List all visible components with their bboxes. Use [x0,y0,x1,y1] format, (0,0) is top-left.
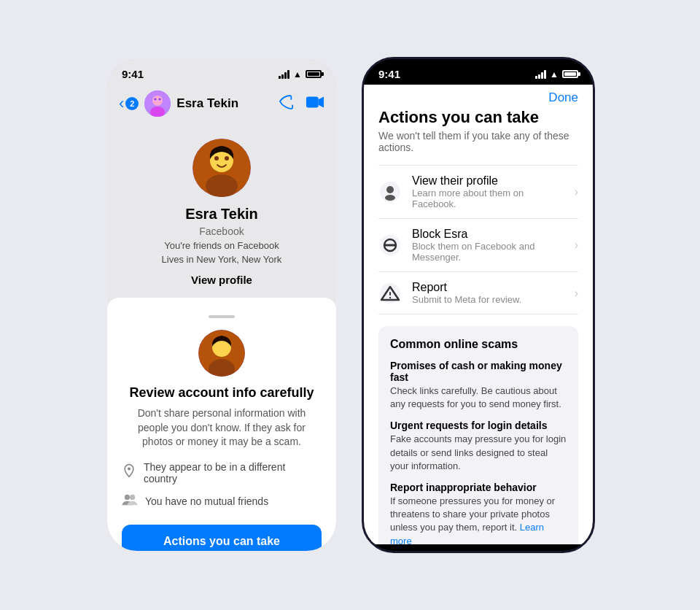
profile-platform: Facebook [199,225,244,237]
profile-location: Lives in New York, New York [162,254,282,265]
scam-item-report-desc: If someone pressures you for money or th… [390,495,567,544]
block-text: Block Esra Block them on Facebook and Me… [412,228,564,263]
right-content: Done Actions you can take We won't tell … [364,85,593,544]
profile-avatar-large [192,139,251,197]
scam-item-report-title: Report inappropriate behavior [390,482,567,493]
people-icon [122,493,138,510]
svg-rect-23 [384,244,396,247]
report-chevron-icon: › [575,287,578,300]
warning-avatar-svg [198,330,245,377]
back-badge: 2 [125,97,139,110]
right-wifi-icon: ▲ [550,69,559,80]
left-time: 9:41 [122,68,144,80]
svg-point-16 [125,495,130,500]
warning-items-list: They appear to be in a different country… [122,461,322,510]
svg-point-3 [155,99,157,101]
left-status-icons: ▲ [279,69,322,80]
chat-header: ‹ 2 Esra Tekin [107,85,336,124]
chat-avatar [144,90,171,117]
right-time: 9:41 [378,68,400,80]
block-desc: Block them on Facebook and Messenger. [412,241,564,263]
battery-icon [306,70,322,78]
svg-point-19 [386,186,394,193]
warning-avatar [198,330,245,377]
report-desc: Submit to Meta for review. [412,294,564,305]
svg-point-1 [152,96,163,106]
view-profile-chevron-icon: › [575,185,578,198]
actions-content: Actions you can take We won't tell them … [364,108,593,544]
actions-subtitle: We won't tell them if you take any of th… [378,130,578,153]
right-battery-icon [562,70,578,78]
right-header: Done [364,85,593,108]
right-status-icons: ▲ [535,69,578,80]
avatar-face-svg [144,90,171,117]
profile-friend-status: You're friends on Facebook [164,240,279,251]
warning-item-mutual-text: You have no mutual friends [145,495,268,507]
view-profile-title: View their profile [412,174,564,188]
scam-item-login-desc: Fake accounts may pressure you for login… [390,433,567,473]
report-title: Report [412,281,564,294]
view-profile-action-item[interactable]: View their profile Learn more about them… [378,166,578,219]
profile-section: Esra Tekin Facebook You're friends on Fa… [107,124,336,298]
view-profile-button[interactable]: View profile [191,274,252,286]
scam-item-report: Report inappropriate behavior If someone… [390,482,567,544]
warning-title: Review account info carefully [129,385,314,401]
block-title: Block Esra [412,228,564,241]
wifi-icon: ▲ [293,69,302,80]
svg-point-4 [159,99,161,101]
right-status-bar: 9:41 ▲ [364,59,593,85]
warning-item-location-text: They appear to be in a different country [144,461,322,484]
svg-rect-5 [306,96,319,107]
report-text: Report Submit to Meta for review. [412,281,564,305]
view-profile-text: View their profile Learn more about them… [412,174,564,209]
location-icon [122,463,136,482]
done-button[interactable]: Done [548,90,578,105]
block-action-item[interactable]: Block Esra Block them on Facebook and Me… [378,219,578,272]
left-content: ‹ 2 Esra Tekin [107,85,336,544]
report-icon [378,282,402,305]
svg-rect-26 [389,292,391,296]
scam-item-cash: Promises of cash or making money fast Ch… [390,360,567,411]
report-action-item[interactable]: Report Submit to Meta for review. › [378,272,578,314]
warning-item-mutual: You have no mutual friends [122,493,322,510]
chat-name: Esra Tekin [176,96,272,111]
back-chevron-icon: ‹ [119,94,124,113]
warning-description: Don't share personal information with pe… [122,406,322,449]
actions-title: Actions you can take [378,108,578,127]
scam-item-login-title: Urgent requests for login details [390,420,567,431]
chat-actions [278,94,324,114]
svg-point-9 [206,174,238,197]
warning-card: Review account info carefully Don't shar… [107,298,336,553]
scam-item-cash-desc: Check links carefully. Be cautious about… [390,385,567,411]
back-button[interactable]: ‹ 2 [119,94,139,113]
block-icon [378,233,402,257]
drag-handle [209,315,235,318]
action-list: View their profile Learn more about them… [378,165,578,314]
view-profile-icon [378,180,402,204]
warning-item-location: They appear to be in a different country [122,461,322,484]
video-call-button[interactable] [306,94,324,114]
svg-marker-6 [319,96,324,107]
left-status-bar: 9:41 ▲ [107,59,336,85]
view-profile-desc: Learn more about them on Facebook. [412,188,564,209]
svg-point-10 [214,156,219,161]
right-signal-icon [535,70,546,79]
left-phone: 9:41 ▲ ‹ 2 [105,57,338,553]
svg-point-11 [225,156,229,161]
scam-item-login: Urgent requests for login details Fake a… [390,420,567,473]
svg-point-15 [128,468,131,471]
scams-card: Common online scams Promises of cash or … [378,326,578,544]
scams-title: Common online scams [390,338,567,351]
scam-item-cash-title: Promises of cash or making money fast [390,360,567,383]
profile-name: Esra Tekin [185,206,258,223]
actions-you-can-take-button[interactable]: Actions you can take [122,525,322,553]
profile-avatar-svg [192,139,251,197]
svg-point-27 [389,296,391,298]
phone-call-button[interactable] [278,94,294,114]
right-phone: 9:41 ▲ Done Actions you can take We won'… [362,57,595,553]
signal-icon [279,70,289,79]
svg-point-20 [385,195,395,201]
svg-point-17 [130,495,135,500]
block-chevron-icon: › [575,239,578,252]
